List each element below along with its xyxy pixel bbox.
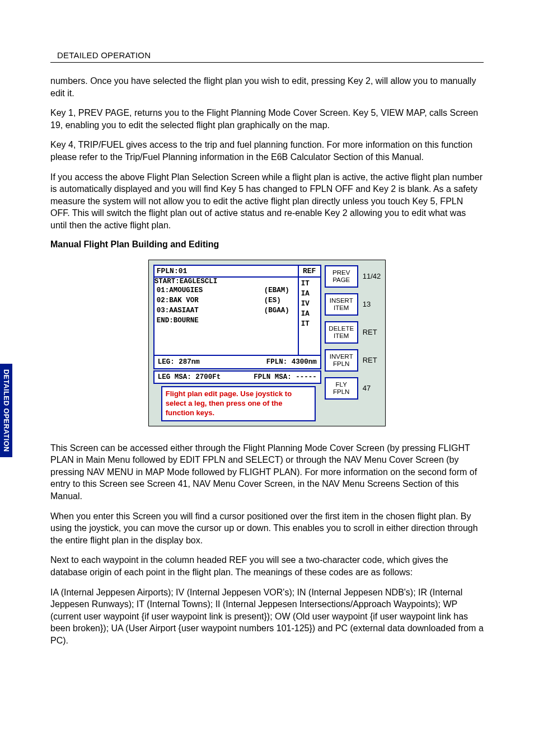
- softkey-side-label: RET: [363, 356, 377, 364]
- invert-fpln-button[interactable]: INVERT FPLN: [325, 349, 358, 372]
- paragraph-5: This Screen can be accessed either throu…: [50, 442, 484, 503]
- fpln-number: FPLN:01: [154, 266, 299, 276]
- paragraph-4: If you access the above Flight Plan Sele…: [50, 171, 484, 232]
- waypoint-code: (BGAA): [264, 306, 296, 316]
- ref-code: IT: [301, 279, 318, 289]
- screen-figure: FPLN:01 REF START:EAGLESCLI 01:AMOUGIES …: [50, 260, 484, 426]
- paragraph-3: Key 4, TRIP/FUEL gives access to the tri…: [50, 139, 484, 163]
- flight-plan-panel: FPLN:01 REF START:EAGLESCLI 01:AMOUGIES …: [153, 265, 321, 370]
- softkey-side-label: 13: [363, 300, 371, 308]
- fly-fpln-button[interactable]: FLY FPLN: [325, 377, 358, 400]
- waypoint-text: 02:BAK VOR: [157, 295, 264, 306]
- subheading-manual-flight-plan: Manual Flight Plan Building and Editing: [50, 240, 484, 250]
- waypoint-row[interactable]: 01:AMOUGIES (EBAM): [154, 285, 298, 295]
- waypoint-text: 03:AASIAAT: [157, 306, 264, 316]
- paragraph-2: Key 1, PREV PAGE, returns you to the Fli…: [50, 107, 484, 131]
- paragraph-8: IA (Internal Jeppesen Airports); IV (Int…: [50, 586, 484, 647]
- hint-box: Flight plan edit page. Use joystick to s…: [161, 386, 316, 421]
- ref-code: IA: [301, 289, 318, 299]
- prev-page-button[interactable]: PREV PAGE: [325, 265, 358, 288]
- msa-bar: LEG MSA: 2700Ft FPLN MSA: -----: [153, 370, 321, 384]
- header-rule: [50, 62, 484, 63]
- paragraph-1: numbers. Once you have selected the flig…: [50, 75, 484, 99]
- delete-item-button[interactable]: DELETE ITEM: [325, 321, 358, 344]
- waypoint-row[interactable]: 03:AASIAAT (BGAA): [154, 306, 298, 316]
- end-waypoint: END:BOURNE: [157, 316, 264, 326]
- paragraph-6: When you enter this Screen you will find…: [50, 510, 484, 547]
- end-waypoint-row[interactable]: END:BOURNE: [154, 316, 298, 326]
- ref-column: IT IA IV IA IT: [299, 276, 320, 355]
- paragraph-7: Next to each waypoint in the column head…: [50, 554, 484, 578]
- waypoint-code: (ES): [264, 295, 296, 306]
- softkey-side-label: 47: [363, 384, 371, 392]
- insert-item-button[interactable]: INSERT ITEM: [325, 293, 358, 316]
- ref-code: IV: [301, 299, 318, 309]
- ref-code: IA: [301, 309, 318, 319]
- softkey-column: PREV PAGE 11/42 INSERT ITEM 13 DELETE IT…: [325, 265, 381, 421]
- leg-distance-row: LEG: 287nm FPLN: 4300nm: [154, 355, 320, 368]
- ref-code: IT: [301, 319, 318, 329]
- ref-header: REF: [299, 266, 320, 276]
- softkey-page-indicator: 11/42: [363, 272, 381, 280]
- waypoint-code: (EBAM): [264, 285, 296, 295]
- fpln-distance: FPLN: 4300nm: [266, 358, 317, 366]
- side-tab-detailed-operation: DETAILED OPERATION: [0, 364, 12, 457]
- waypoint-text: 01:AMOUGIES: [157, 285, 264, 295]
- device-screen: FPLN:01 REF START:EAGLESCLI 01:AMOUGIES …: [148, 260, 386, 426]
- page-header: DETAILED OPERATION: [50, 50, 484, 60]
- start-waypoint-selected[interactable]: START:EAGLESCLI: [154, 278, 218, 285]
- softkey-side-label: RET: [363, 328, 377, 336]
- leg-distance: LEG: 287nm: [158, 358, 200, 366]
- waypoint-row[interactable]: 02:BAK VOR (ES): [154, 295, 298, 306]
- fpln-msa: FPLN MSA: -----: [254, 373, 317, 381]
- leg-msa: LEG MSA: 2700Ft: [158, 373, 221, 381]
